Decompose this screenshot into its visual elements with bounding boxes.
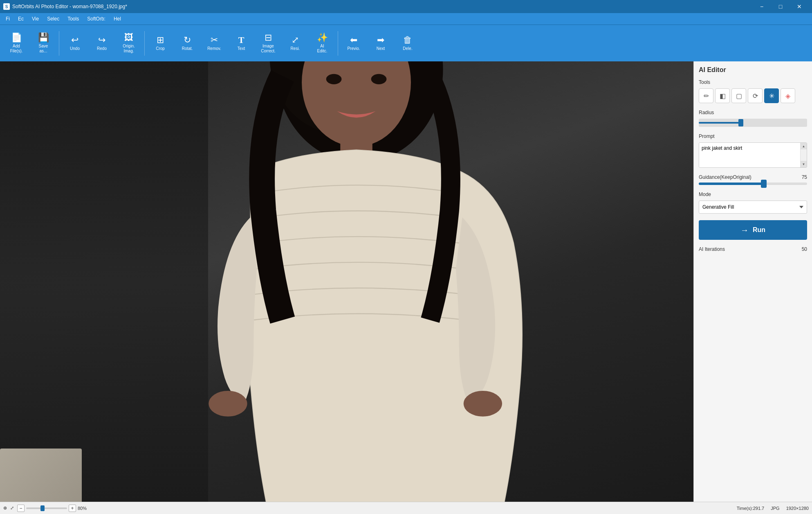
zoom-slider-thumb[interactable]: [40, 505, 45, 511]
menu-help[interactable]: Hel: [110, 14, 125, 23]
previous-button[interactable]: ⬅ Previo.: [341, 28, 367, 59]
undo-icon: ↩: [71, 36, 79, 45]
next-button[interactable]: ➡ Next: [368, 28, 394, 59]
pencil-tool[interactable]: ✏: [699, 88, 713, 103]
toolbar-sep-2: [144, 31, 145, 56]
original-label: Origin.Imag.: [123, 44, 135, 54]
radius-slider[interactable]: [699, 119, 807, 127]
prompt-input-wrapper: pink jaket and skirt ▲ ▼: [699, 142, 807, 168]
lasso-tool[interactable]: ⟳: [748, 88, 763, 103]
menu-view[interactable]: Vie: [28, 14, 43, 23]
text-button[interactable]: T Text: [228, 28, 254, 59]
ai-edit-icon: ✨: [317, 33, 328, 42]
ai-iterations-label: AI Iterations: [699, 246, 725, 252]
add-file-button[interactable]: 📄 AddFile(s).: [3, 28, 29, 59]
canvas-area[interactable]: [0, 61, 693, 502]
rotate-label: Rotat.: [182, 46, 193, 51]
maximize-button[interactable]: □: [771, 0, 790, 13]
coordinates-display: Time(s):291.7: [737, 506, 764, 511]
star-brush-tool[interactable]: ✳: [764, 88, 779, 103]
redo-button[interactable]: ↪ Redo: [89, 28, 115, 59]
prompt-textarea[interactable]: pink jaket and skirt: [699, 143, 800, 167]
remove-label: Remov.: [207, 46, 221, 51]
previous-icon: ⬅: [350, 36, 357, 45]
minimize-button[interactable]: −: [752, 0, 771, 13]
zoom-control: − + 80%: [17, 505, 87, 512]
mode-label: Mode: [699, 192, 807, 197]
prompt-scroll-down[interactable]: ▼: [801, 161, 807, 167]
redo-label: Redo: [97, 46, 107, 51]
remove-icon: ✂: [211, 36, 218, 45]
next-icon: ➡: [377, 36, 384, 45]
resize-label: Resi.: [291, 46, 300, 51]
menu-file[interactable]: Fi: [2, 14, 14, 23]
original-icon: 🖼: [124, 33, 133, 42]
ai-iterations-value: 50: [802, 246, 807, 252]
prompt-scroll-up[interactable]: ▲: [801, 143, 807, 149]
palette-tool[interactable]: ◈: [781, 88, 795, 103]
menu-select[interactable]: Selec: [43, 14, 63, 23]
save-as-label: Saveas...: [39, 44, 48, 54]
zoom-slider[interactable]: [26, 507, 67, 509]
sidebar-title: AI Editor: [699, 66, 807, 74]
ai-edit-label: AIEditc.: [317, 44, 327, 54]
menu-tools[interactable]: Tools: [63, 14, 83, 23]
run-button[interactable]: → Run: [699, 220, 807, 240]
text-icon: T: [238, 36, 244, 45]
run-arrow-icon: →: [740, 225, 749, 235]
toolbar-sep-3: [338, 31, 338, 56]
zoom-in-button[interactable]: +: [69, 505, 76, 512]
redo-icon: ↪: [98, 36, 105, 45]
add-file-label: AddFile(s).: [10, 44, 23, 54]
resize-icon: ⤢: [292, 36, 299, 45]
prompt-section: Prompt pink jaket and skirt ▲ ▼: [699, 133, 807, 168]
close-button[interactable]: ✕: [790, 0, 809, 13]
previous-label: Previo.: [347, 46, 360, 51]
guidance-slider[interactable]: [699, 183, 807, 185]
eraser-tool[interactable]: ◧: [715, 88, 730, 103]
window-title: SoftOrbits AI Photo Editor - woman-97088…: [12, 4, 127, 9]
original-button[interactable]: 🖼 Origin.Imag.: [116, 28, 142, 59]
menu-softorb[interactable]: SoftOrb:: [83, 14, 110, 23]
mode-select[interactable]: Generative Fill Inpainting Outpainting: [699, 201, 807, 214]
svg-point-7: [371, 74, 387, 84]
status-icon-1[interactable]: ⊕: [3, 505, 7, 511]
status-icon-2[interactable]: ⤢: [10, 505, 14, 511]
prompt-scrollbar: ▲ ▼: [800, 143, 807, 167]
guidance-label: Guidance(KeepOriginal): [699, 174, 751, 180]
ai-edit-button[interactable]: ✨ AIEditc.: [309, 28, 335, 59]
photo-background: [0, 61, 693, 502]
next-label: Next: [377, 46, 385, 51]
toolbar: 📄 AddFile(s). 💾 Saveas... ↩ Undo ↪ Redo …: [0, 25, 812, 61]
add-file-icon: 📄: [11, 33, 22, 42]
zoom-out-button[interactable]: −: [17, 505, 25, 512]
delete-button[interactable]: 🗑 Dele.: [395, 28, 421, 59]
mode-section: Mode Generative Fill Inpainting Outpaint…: [699, 192, 807, 214]
guidance-header: Guidance(KeepOriginal) 75: [699, 174, 807, 180]
tools-label: Tools: [699, 79, 807, 85]
delete-label: Dele.: [403, 46, 412, 51]
menu-edit[interactable]: Ec: [14, 14, 28, 23]
crop-button[interactable]: ⊞ Crop: [147, 28, 173, 59]
woman-figure-svg: [0, 61, 693, 502]
main-layout: AI Editor Tools ✏ ◧ ▢ ⟳ ✳ ◈ Radius Promp…: [0, 61, 812, 502]
resize-button[interactable]: ⤢ Resi.: [282, 28, 308, 59]
dimensions-display: 1920×1280: [786, 506, 809, 511]
sidebar: AI Editor Tools ✏ ◧ ▢ ⟳ ✳ ◈ Radius Promp…: [693, 61, 812, 502]
rotate-icon: ↻: [184, 36, 191, 45]
remove-button[interactable]: ✂ Remov.: [201, 28, 227, 59]
crop-icon: ⊞: [157, 36, 164, 45]
svg-point-5: [464, 391, 502, 417]
status-left: ⊕ ⤢ − + 80%: [3, 505, 87, 512]
image-correct-button[interactable]: ⊟ ImageCorrect.: [255, 28, 281, 59]
tools-row: ✏ ◧ ▢ ⟳ ✳ ◈: [699, 88, 807, 103]
ai-iterations-section: AI Iterations 50: [699, 246, 807, 252]
crop-label: Crop: [156, 46, 165, 51]
save-as-button[interactable]: 💾 Saveas...: [30, 28, 56, 59]
guidance-slider-thumb[interactable]: [761, 180, 767, 188]
undo-button[interactable]: ↩ Undo: [62, 28, 88, 59]
rotate-button[interactable]: ↻ Rotat.: [174, 28, 200, 59]
svg-point-6: [326, 74, 342, 84]
rect-select-tool[interactable]: ▢: [731, 88, 746, 103]
svg-point-4: [209, 391, 247, 417]
